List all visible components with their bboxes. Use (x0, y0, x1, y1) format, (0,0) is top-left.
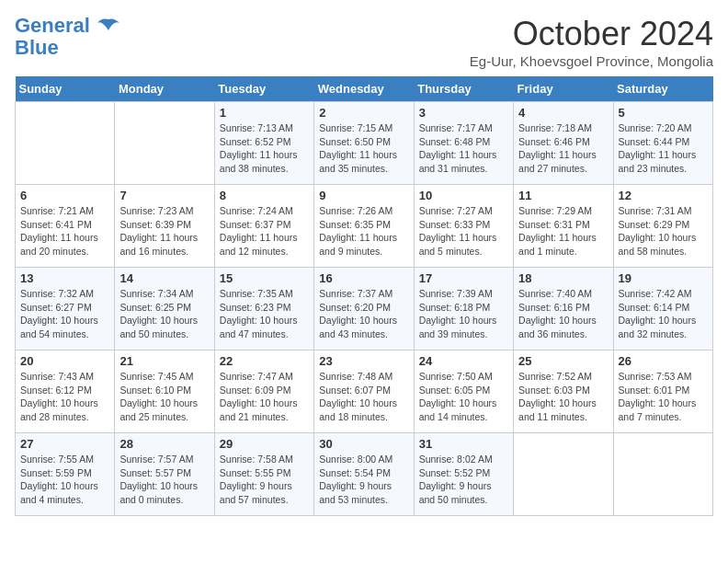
day-info: Sunrise: 7:34 AM Sunset: 6:25 PM Dayligh… (119, 287, 209, 341)
calendar-cell (613, 433, 712, 516)
calendar-cell: 20Sunrise: 7:43 AM Sunset: 6:12 PM Dayli… (16, 350, 115, 433)
calendar-cell: 29Sunrise: 7:58 AM Sunset: 5:55 PM Dayli… (214, 433, 313, 516)
day-info: Sunrise: 7:47 AM Sunset: 6:09 PM Dayligh… (220, 370, 309, 424)
week-row-1: 1Sunrise: 7:13 AM Sunset: 6:52 PM Daylig… (16, 102, 713, 185)
calendar-cell: 10Sunrise: 7:27 AM Sunset: 6:33 PM Dayli… (414, 185, 513, 268)
day-number: 25 (518, 354, 608, 368)
calendar-cell: 5Sunrise: 7:20 AM Sunset: 6:44 PM Daylig… (613, 102, 712, 185)
day-number: 3 (419, 106, 508, 120)
day-info: Sunrise: 7:21 AM Sunset: 6:41 PM Dayligh… (20, 204, 109, 259)
calendar-cell: 25Sunrise: 7:52 AM Sunset: 6:03 PM Dayli… (514, 350, 613, 433)
header-thursday: Thursday (414, 76, 513, 102)
calendar-cell: 28Sunrise: 7:57 AM Sunset: 5:57 PM Dayli… (115, 433, 214, 516)
day-number: 30 (319, 437, 408, 451)
calendar-cell: 21Sunrise: 7:45 AM Sunset: 6:10 PM Dayli… (115, 350, 214, 433)
week-row-3: 13Sunrise: 7:32 AM Sunset: 6:27 PM Dayli… (16, 268, 713, 350)
header-monday: Monday (115, 76, 214, 102)
day-number: 28 (119, 437, 209, 451)
calendar-cell: 8Sunrise: 7:24 AM Sunset: 6:37 PM Daylig… (214, 185, 313, 268)
calendar-cell: 2Sunrise: 7:15 AM Sunset: 6:50 PM Daylig… (314, 102, 414, 185)
day-info: Sunrise: 7:50 AM Sunset: 6:05 PM Dayligh… (419, 370, 508, 424)
day-number: 15 (220, 271, 309, 285)
calendar-cell: 18Sunrise: 7:40 AM Sunset: 6:16 PM Dayli… (514, 268, 613, 350)
calendar-cell: 26Sunrise: 7:53 AM Sunset: 6:01 PM Dayli… (613, 350, 712, 433)
day-info: Sunrise: 7:27 AM Sunset: 6:33 PM Dayligh… (419, 204, 508, 259)
day-number: 5 (619, 106, 708, 120)
day-info: Sunrise: 7:23 AM Sunset: 6:39 PM Dayligh… (119, 204, 209, 259)
day-number: 21 (119, 354, 209, 368)
calendar-cell (514, 433, 613, 516)
day-number: 22 (220, 354, 309, 368)
day-info: Sunrise: 7:57 AM Sunset: 5:57 PM Dayligh… (119, 453, 209, 507)
day-number: 18 (518, 271, 608, 285)
day-number: 29 (220, 437, 309, 451)
calendar-cell: 4Sunrise: 7:18 AM Sunset: 6:46 PM Daylig… (514, 102, 613, 185)
day-info: Sunrise: 7:39 AM Sunset: 6:18 PM Dayligh… (419, 287, 508, 341)
calendar-cell: 16Sunrise: 7:37 AM Sunset: 6:20 PM Dayli… (314, 268, 414, 350)
day-info: Sunrise: 7:42 AM Sunset: 6:14 PM Dayligh… (619, 287, 708, 341)
day-number: 10 (419, 189, 508, 202)
day-number: 14 (119, 271, 209, 285)
day-number: 2 (319, 106, 408, 120)
calendar-cell: 22Sunrise: 7:47 AM Sunset: 6:09 PM Dayli… (214, 350, 313, 433)
day-number: 13 (20, 271, 109, 285)
day-number: 26 (619, 354, 708, 368)
logo: General Blue (15, 15, 121, 59)
day-info: Sunrise: 7:53 AM Sunset: 6:01 PM Dayligh… (619, 370, 708, 424)
day-info: Sunrise: 8:00 AM Sunset: 5:54 PM Dayligh… (319, 453, 408, 507)
day-info: Sunrise: 7:48 AM Sunset: 6:07 PM Dayligh… (319, 370, 408, 424)
day-info: Sunrise: 7:55 AM Sunset: 5:59 PM Dayligh… (20, 453, 109, 507)
calendar-cell: 11Sunrise: 7:29 AM Sunset: 6:31 PM Dayli… (514, 185, 613, 268)
day-info: Sunrise: 7:18 AM Sunset: 6:46 PM Dayligh… (518, 121, 608, 176)
calendar-cell: 15Sunrise: 7:35 AM Sunset: 6:23 PM Dayli… (214, 268, 313, 350)
day-number: 9 (319, 189, 408, 202)
calendar-cell (115, 102, 214, 185)
day-info: Sunrise: 7:17 AM Sunset: 6:48 PM Dayligh… (419, 121, 508, 176)
month-title: October 2024 (470, 15, 713, 53)
calendar-cell: 31Sunrise: 8:02 AM Sunset: 5:52 PM Dayli… (414, 433, 513, 516)
day-info: Sunrise: 7:37 AM Sunset: 6:20 PM Dayligh… (319, 287, 408, 341)
title-block: October 2024 Eg-Uur, Khoevsgoel Province… (470, 15, 713, 69)
header-saturday: Saturday (613, 76, 712, 102)
calendar-cell: 6Sunrise: 7:21 AM Sunset: 6:41 PM Daylig… (16, 185, 115, 268)
day-number: 23 (319, 354, 408, 368)
day-info: Sunrise: 7:24 AM Sunset: 6:37 PM Dayligh… (220, 204, 309, 259)
calendar-cell: 7Sunrise: 7:23 AM Sunset: 6:39 PM Daylig… (115, 185, 214, 268)
day-number: 27 (20, 437, 109, 451)
day-number: 16 (319, 271, 408, 285)
page-header: General Blue October 2024 Eg-Uur, Khoevs… (15, 15, 713, 69)
day-info: Sunrise: 7:13 AM Sunset: 6:52 PM Dayligh… (220, 121, 309, 176)
week-row-5: 27Sunrise: 7:55 AM Sunset: 5:59 PM Dayli… (16, 433, 713, 516)
location-subtitle: Eg-Uur, Khoevsgoel Province, Mongolia (470, 53, 713, 69)
day-info: Sunrise: 7:15 AM Sunset: 6:50 PM Dayligh… (319, 121, 408, 176)
day-info: Sunrise: 7:35 AM Sunset: 6:23 PM Dayligh… (220, 287, 309, 341)
calendar-cell: 27Sunrise: 7:55 AM Sunset: 5:59 PM Dayli… (16, 433, 115, 516)
day-info: Sunrise: 7:31 AM Sunset: 6:29 PM Dayligh… (619, 204, 708, 259)
calendar-cell: 9Sunrise: 7:26 AM Sunset: 6:35 PM Daylig… (314, 185, 414, 268)
calendar-cell: 13Sunrise: 7:32 AM Sunset: 6:27 PM Dayli… (16, 268, 115, 350)
day-info: Sunrise: 7:32 AM Sunset: 6:27 PM Dayligh… (20, 287, 109, 341)
day-info: Sunrise: 7:40 AM Sunset: 6:16 PM Dayligh… (518, 287, 608, 341)
calendar-cell: 3Sunrise: 7:17 AM Sunset: 6:48 PM Daylig… (414, 102, 513, 185)
day-number: 11 (518, 189, 608, 202)
calendar-cell: 12Sunrise: 7:31 AM Sunset: 6:29 PM Dayli… (613, 185, 712, 268)
day-number: 6 (20, 189, 109, 202)
header-row: SundayMondayTuesdayWednesdayThursdayFrid… (16, 76, 713, 102)
calendar-cell: 1Sunrise: 7:13 AM Sunset: 6:52 PM Daylig… (214, 102, 313, 185)
logo-general: General (15, 14, 90, 37)
day-number: 8 (220, 189, 309, 202)
day-number: 20 (20, 354, 109, 368)
day-info: Sunrise: 8:02 AM Sunset: 5:52 PM Dayligh… (419, 453, 508, 507)
calendar-cell: 19Sunrise: 7:42 AM Sunset: 6:14 PM Dayli… (613, 268, 712, 350)
day-info: Sunrise: 7:45 AM Sunset: 6:10 PM Dayligh… (119, 370, 209, 424)
day-info: Sunrise: 7:20 AM Sunset: 6:44 PM Dayligh… (619, 121, 708, 176)
day-number: 31 (419, 437, 508, 451)
day-number: 7 (119, 189, 209, 202)
calendar-cell: 17Sunrise: 7:39 AM Sunset: 6:18 PM Dayli… (414, 268, 513, 350)
header-friday: Friday (514, 76, 613, 102)
calendar-cell: 23Sunrise: 7:48 AM Sunset: 6:07 PM Dayli… (314, 350, 414, 433)
week-row-4: 20Sunrise: 7:43 AM Sunset: 6:12 PM Dayli… (16, 350, 713, 433)
header-wednesday: Wednesday (314, 76, 414, 102)
calendar-cell: 14Sunrise: 7:34 AM Sunset: 6:25 PM Dayli… (115, 268, 214, 350)
day-number: 12 (619, 189, 708, 202)
